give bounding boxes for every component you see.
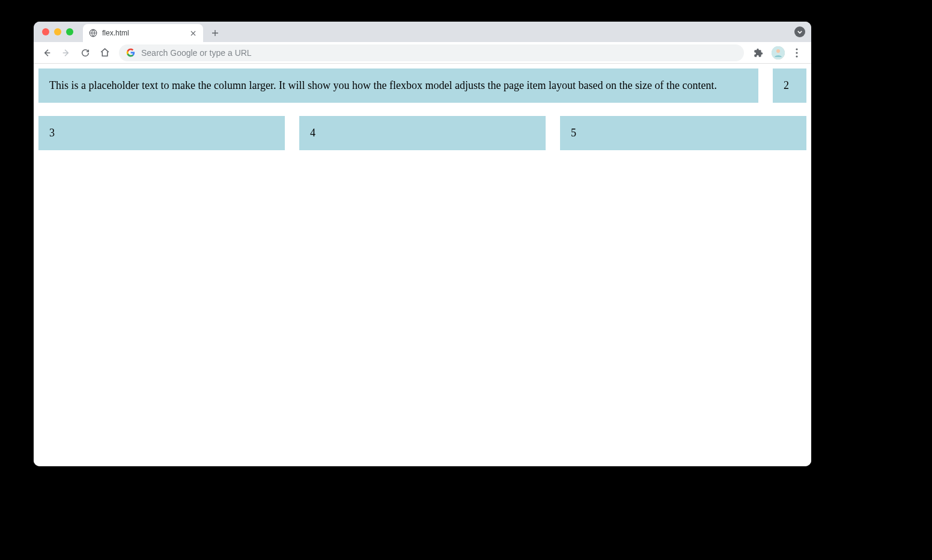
tab-title: flex.html [102, 29, 184, 37]
address-input[interactable] [141, 48, 737, 58]
flex-box-1: This is a placeholder text to make the c… [38, 68, 758, 103]
extensions-button[interactable] [750, 44, 767, 61]
browser-window: flex.html [34, 22, 811, 466]
svg-point-3 [796, 48, 797, 50]
google-icon [126, 48, 135, 57]
flex-row-2: 3 4 5 [38, 116, 806, 150]
menu-button[interactable] [790, 48, 804, 58]
window-minimize-button[interactable] [54, 28, 61, 35]
svg-point-2 [776, 49, 780, 53]
flex-box-5: 5 [560, 116, 806, 150]
browser-tab[interactable]: flex.html [83, 24, 203, 42]
flex-box-3-text: 3 [49, 127, 55, 139]
flex-row-1: This is a placeholder text to make the c… [38, 68, 806, 103]
forward-button[interactable] [58, 44, 75, 61]
reload-button[interactable] [77, 44, 94, 61]
chevron-down-icon [794, 26, 805, 37]
tab-bar: flex.html [34, 22, 811, 42]
close-icon[interactable] [189, 29, 197, 37]
flex-box-3: 3 [38, 116, 285, 150]
toolbar-right [750, 44, 806, 61]
window-maximize-button[interactable] [66, 28, 73, 35]
svg-point-4 [796, 52, 797, 53]
flex-box-4: 4 [299, 116, 546, 150]
globe-icon [89, 29, 97, 37]
page-viewport: This is a placeholder text to make the c… [34, 64, 811, 466]
flex-demo: This is a placeholder text to make the c… [38, 68, 806, 150]
tab-overflow[interactable] [794, 26, 805, 37]
window-close-button[interactable] [42, 28, 49, 35]
new-tab-button[interactable] [207, 25, 224, 41]
back-button[interactable] [38, 44, 55, 61]
flex-box-2-text: 2 [784, 79, 789, 91]
svg-point-5 [796, 55, 797, 57]
profile-avatar[interactable] [772, 46, 785, 59]
browser-toolbar [34, 42, 811, 64]
flex-box-4-text: 4 [310, 127, 315, 139]
flex-box-5-text: 5 [571, 127, 576, 139]
address-bar[interactable] [119, 44, 744, 61]
flex-box-1-text: This is a placeholder text to make the c… [49, 79, 717, 91]
window-controls [42, 28, 73, 35]
home-button[interactable] [96, 44, 113, 61]
flex-box-2: 2 [773, 68, 806, 103]
